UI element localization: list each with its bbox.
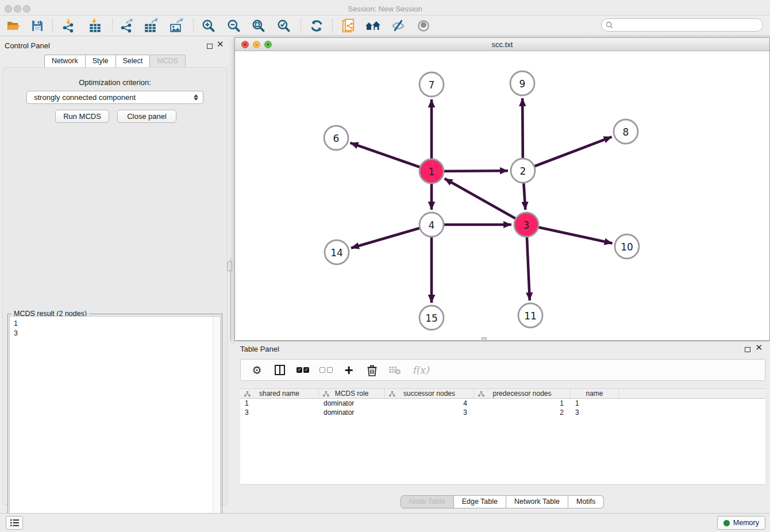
graph-edge-3-10[interactable]	[526, 225, 613, 244]
run-mcds-button[interactable]: Run MCDS	[55, 110, 109, 123]
tab-network[interactable]: Network	[44, 55, 86, 67]
delete-table-button[interactable]	[388, 363, 402, 377]
show-columns-button[interactable]	[273, 363, 287, 377]
tab-style[interactable]: Style	[86, 55, 116, 67]
save-icon	[30, 19, 44, 33]
graph-node-9[interactable]: 9	[510, 71, 534, 95]
graph-edge-3-1[interactable]	[445, 179, 526, 225]
table-row[interactable]: 3dominator323	[240, 408, 765, 417]
save-session-button[interactable]	[29, 17, 46, 34]
graph-node-14[interactable]: 14	[325, 240, 349, 264]
zoom-in-button[interactable]	[200, 17, 217, 34]
function-builder-button[interactable]: f(x)	[411, 363, 430, 377]
table-cell: 4	[385, 399, 474, 408]
svg-text:15: 15	[425, 313, 438, 324]
tab-network-table[interactable]: Network Table	[506, 495, 568, 508]
float-table-panel-icon[interactable]	[745, 347, 750, 352]
close-table-panel-icon[interactable]: ✕	[755, 343, 763, 352]
table-toolbar: ⚙ ✓✓ +	[240, 359, 765, 381]
network-view-window: ✕ − + scc.txt 7968124314101511	[234, 37, 770, 341]
unchecked-checkbox-icon	[319, 367, 325, 373]
graph-node-10[interactable]: 10	[615, 234, 639, 259]
search-input[interactable]	[615, 21, 763, 29]
table-cell: 1	[474, 399, 571, 408]
export-table-button[interactable]	[142, 17, 159, 34]
table-row[interactable]: 1dominator411	[240, 399, 765, 408]
app-title: Session: New Session	[0, 5, 770, 13]
new-network-from-selection-button[interactable]	[340, 17, 357, 34]
refresh-icon	[309, 18, 324, 33]
select-all-columns-button[interactable]: ✓✓	[296, 363, 310, 377]
close-panel-icon[interactable]: ✕	[217, 40, 224, 48]
search-field[interactable]	[601, 18, 763, 32]
svg-text:1: 1	[429, 166, 435, 178]
export-image-button[interactable]	[167, 17, 184, 34]
tab-edge-table[interactable]: Edge Table	[454, 495, 506, 508]
tab-node-table[interactable]: Node Table	[401, 495, 454, 508]
network-canvas[interactable]: 7968124314101511	[235, 51, 769, 340]
eye-slash-icon	[391, 18, 406, 33]
refresh-button[interactable]	[308, 17, 325, 34]
checked-checkbox-icon: ✓	[303, 367, 309, 373]
import-network-button[interactable]	[60, 17, 77, 34]
zoom-fit-button[interactable]	[250, 17, 267, 34]
import-table-button[interactable]	[86, 17, 103, 34]
status-bar: Memory	[0, 513, 770, 532]
table-cell: dominator	[319, 408, 385, 417]
delete-column-button[interactable]	[365, 363, 379, 377]
first-neighbors-button[interactable]	[364, 17, 382, 34]
result-scrollbar[interactable]	[213, 317, 220, 530]
vertical-splitter-handle[interactable]	[227, 261, 232, 271]
tab-motifs[interactable]: Motifs	[568, 495, 604, 508]
tab-select[interactable]: Select	[116, 55, 151, 67]
column-header-name[interactable]: name	[571, 389, 619, 398]
svg-text:3: 3	[523, 219, 530, 231]
tab-mcds[interactable]: MCDS	[150, 55, 186, 67]
hide-graphics-details-button[interactable]	[390, 17, 407, 34]
result-line: 3	[14, 329, 220, 338]
table-cell: 2	[474, 408, 571, 417]
graph-node-15[interactable]: 15	[419, 306, 444, 330]
memory-button[interactable]: Memory	[717, 516, 765, 530]
open-session-button[interactable]	[5, 17, 22, 34]
graph-node-8[interactable]: 8	[614, 119, 638, 144]
open-folder-icon	[6, 19, 21, 33]
main-toolbar	[0, 16, 770, 36]
graph-node-1[interactable]: 1	[419, 159, 444, 183]
optimization-criterion-label: Optimization criterion:	[3, 78, 227, 87]
mcds-result-area[interactable]: 13	[9, 316, 221, 530]
float-panel-icon[interactable]	[207, 44, 213, 49]
graph-node-7[interactable]: 7	[419, 72, 444, 97]
task-history-button[interactable]	[6, 516, 23, 530]
graph-node-2[interactable]: 2	[511, 159, 535, 183]
export-table-icon	[143, 18, 158, 33]
graph-node-3[interactable]: 3	[514, 213, 538, 237]
horizontal-splitter-handle[interactable]	[482, 337, 487, 341]
show-graphics-details-button[interactable]	[415, 17, 432, 34]
zoom-selected-button[interactable]	[275, 17, 292, 34]
graph-node-11[interactable]: 11	[518, 303, 542, 327]
column-header-successor-nodes[interactable]: successor nodes	[385, 389, 474, 398]
deselect-all-columns-button[interactable]	[319, 363, 333, 377]
split-columns-icon	[274, 364, 286, 376]
table-settings-button[interactable]: ⚙	[250, 363, 264, 377]
column-header-MCDS-role[interactable]: MCDS role	[319, 389, 385, 398]
export-network-icon	[119, 18, 134, 33]
create-column-button[interactable]: +	[342, 363, 356, 377]
network-window-titlebar[interactable]: ✕ − + scc.txt	[235, 38, 769, 51]
export-network-button[interactable]	[118, 17, 135, 34]
graph-node-4[interactable]: 4	[419, 213, 444, 237]
column-header-predecessor-nodes[interactable]: predecessor nodes	[474, 389, 571, 398]
delete-table-icon	[388, 365, 401, 375]
graph-edge-2-8[interactable]	[523, 137, 612, 171]
zoom-out-button[interactable]	[225, 17, 242, 34]
close-panel-button[interactable]: Close panel	[117, 110, 176, 123]
import-table-icon	[87, 18, 102, 33]
graph-edge-1-6[interactable]	[351, 143, 432, 171]
export-image-icon	[168, 18, 183, 33]
zoom-out-icon	[226, 18, 241, 33]
graph-node-6[interactable]: 6	[324, 126, 348, 150]
table-cell: 1	[571, 399, 619, 408]
optimization-criterion-dropdown[interactable]: strongly connected component	[26, 91, 203, 104]
column-header-shared-name[interactable]: shared name	[240, 389, 319, 398]
